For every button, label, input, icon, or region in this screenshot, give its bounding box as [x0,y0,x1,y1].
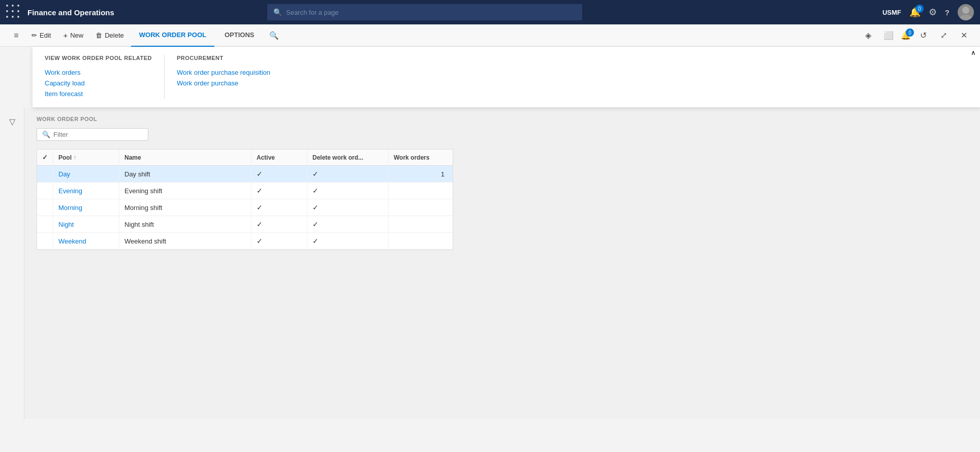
tab-options[interactable]: OPTIONS [216,24,263,47]
active-check: ✓ [257,237,263,245]
search-button[interactable]: 🔍 [264,28,284,43]
table-row[interactable]: Night Night shift ✓ ✓ [37,216,453,233]
col-name[interactable]: Name [119,149,251,165]
data-table: ✓ Pool ↑ Name Active Delete work ord... … [37,149,453,250]
row-pool[interactable]: Day [53,166,119,182]
table-row[interactable]: Day Day shift ✓ ✓ 1 [37,166,453,183]
search-bar[interactable]: 🔍 [267,4,582,20]
table-row[interactable]: Evening Evening shift ✓ ✓ [37,183,453,199]
close-icon[interactable]: ✕ [956,27,972,44]
delete-check: ✓ [312,237,319,245]
refresh-icon[interactable]: ↺ [915,27,931,44]
row-pool[interactable]: Morning [53,199,119,216]
hamburger-icon[interactable]: ≡ [8,27,24,44]
collapse-arrow[interactable]: ∧ [971,49,976,56]
active-check: ✓ [257,170,263,178]
dropdown-item-purchase[interactable]: Work order purchase [177,78,270,88]
table-row[interactable]: Morning Morning shift ✓ ✓ [37,199,453,216]
tab-work-order-pool[interactable]: WORK ORDER POOL [131,24,214,47]
delete-check: ✓ [312,220,319,228]
delete-check: ✓ [312,170,319,178]
office-icon[interactable]: ⬜ [880,27,897,44]
svg-point-0 [962,7,969,14]
edit-button[interactable]: ✏ Edit [26,28,56,42]
trash-icon: 🗑 [96,32,102,39]
edit-icon: ✏ [31,32,37,39]
col-name-label: Name [124,154,141,161]
row-work-orders: 1 [389,166,450,182]
row-name: Day shift [119,166,251,182]
row-delete-work-ord: ✓ [307,199,389,216]
row-active: ✓ [251,199,307,216]
row-check [37,183,53,199]
new-button[interactable]: + New [58,28,88,43]
check-icon: ✓ [42,154,48,161]
dropdown-view-section: VIEW WORK ORDER POOL RELATED Work orders… [33,55,164,99]
filter-box: 🔍 [37,128,148,141]
search-icon: 🔍 [273,8,282,16]
row-active: ✓ [251,233,307,249]
row-work-orders [389,183,450,199]
row-pool[interactable]: Night [53,216,119,232]
notification-button[interactable]: 🔔 0 [909,7,921,18]
search-input[interactable] [286,9,576,16]
row-pool[interactable]: Evening [53,183,119,199]
col-delete-label: Delete work ord... [312,154,363,161]
section-label: WORK ORDER POOL [37,116,968,122]
col-wo-label: Work orders [394,154,429,161]
col-active[interactable]: Active [251,149,307,165]
row-work-orders [389,216,450,232]
content-area: WORK ORDER POOL 🔍 ✓ Pool ↑ Name [24,108,980,419]
view-section-title: VIEW WORK ORDER POOL RELATED [45,55,152,61]
diamond-icon[interactable]: ◈ [860,27,876,44]
col-delete-work-ord[interactable]: Delete work ord... [307,149,389,165]
col-pool-label: Pool [58,154,72,161]
app-grid-icon[interactable] [6,5,21,20]
notification-badge: 0 [915,5,924,13]
dropdown-item-purchase-requisition[interactable]: Work order purchase requisition [177,67,270,78]
delete-check: ✓ [312,203,319,212]
active-check: ✓ [257,220,263,228]
active-check: ✓ [257,187,263,195]
dropdown-item-work-orders[interactable]: Work orders [45,67,152,78]
expand-icon[interactable]: ⤢ [935,27,952,44]
col-work-orders[interactable]: Work orders [389,149,450,165]
main-layout: ▽ WORK ORDER POOL 🔍 ✓ Pool ↑ Name [0,108,980,419]
col-pool[interactable]: Pool ↑ [53,149,119,165]
row-delete-work-ord: ✓ [307,183,389,199]
dropdown-item-capacity-load[interactable]: Capacity load [45,78,152,88]
toolbar: ≡ ✏ Edit + New 🗑 Delete WORK ORDER POOL … [0,24,980,47]
row-active: ✓ [251,166,307,182]
dropdown-item-item-forecast[interactable]: Item forecast [45,88,152,99]
row-delete-work-ord: ✓ [307,216,389,232]
row-work-orders [389,199,450,216]
row-check [37,216,53,232]
filter-search-icon: 🔍 [42,131,50,138]
row-name: Night shift [119,216,251,232]
table-row[interactable]: Weekend Weekend shift ✓ ✓ [37,233,453,250]
table-body: Day Day shift ✓ ✓ 1 Evening Evening shif… [37,166,453,250]
sort-asc-icon: ↑ [74,155,76,160]
row-name: Evening shift [119,183,251,199]
row-check [37,199,53,216]
toolbar-badge: 0 [906,28,914,37]
row-pool[interactable]: Weekend [53,233,119,249]
row-active: ✓ [251,216,307,232]
row-name: Weekend shift [119,233,251,249]
help-icon[interactable]: ? [945,8,950,17]
row-check [37,233,53,249]
company-label: USMF [882,9,901,16]
avatar[interactable] [958,4,974,20]
delete-button[interactable]: 🗑 Delete [90,28,129,42]
toolbar-right: ◈ ⬜ 🔔 0 ↺ ⤢ ✕ [860,27,972,44]
row-delete-work-ord: ✓ [307,233,389,249]
svg-point-1 [960,15,972,20]
filter-input[interactable] [53,131,143,138]
procurement-section-title: PROCUREMENT [177,55,270,61]
gear-icon[interactable]: ⚙ [929,7,937,18]
toolbar-notification[interactable]: 🔔 0 [901,31,911,40]
delete-check: ✓ [312,187,319,195]
filter-sidebar-icon[interactable]: ▽ [6,114,18,130]
plus-icon: + [63,31,68,40]
active-check: ✓ [257,203,263,212]
